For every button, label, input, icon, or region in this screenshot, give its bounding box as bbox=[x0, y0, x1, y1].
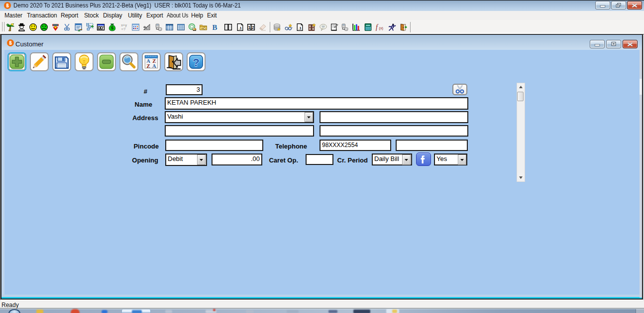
svg-text:f: f bbox=[376, 23, 379, 31]
svg-text:(x): (x) bbox=[379, 26, 383, 30]
svg-text:.1: .1 bbox=[298, 26, 301, 30]
svg-text:$: $ bbox=[111, 25, 113, 30]
svg-text:?: ? bbox=[193, 56, 200, 69]
svg-text:A: A bbox=[152, 63, 156, 69]
svg-text:2: 2 bbox=[252, 25, 254, 30]
svg-text:.1: .1 bbox=[238, 26, 241, 30]
svg-text:Z: Z bbox=[147, 63, 150, 69]
svg-text:B: B bbox=[213, 23, 217, 31]
svg-text:=?: =? bbox=[121, 27, 125, 31]
svg-text:1: 1 bbox=[248, 25, 251, 30]
